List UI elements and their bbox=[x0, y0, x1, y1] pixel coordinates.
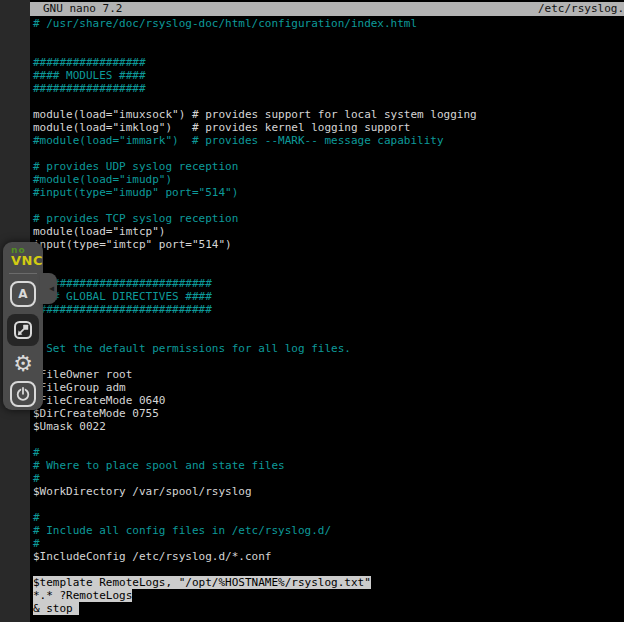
buffer-line: #### MODULES #### bbox=[33, 69, 624, 82]
buffer-line: #module(load="immark") # provides --MARK… bbox=[33, 134, 624, 147]
buffer-line: # Include all config files in /etc/rsysl… bbox=[33, 524, 624, 537]
buffer-line: #input(type="imudp" port="514") bbox=[33, 186, 624, 199]
buffer-line: ################# bbox=[33, 82, 624, 95]
clipboard-button[interactable]: A bbox=[10, 281, 36, 307]
buffer-line: # provides UDP syslog reception bbox=[33, 160, 624, 173]
nano-buffer[interactable]: # /usr/share/doc/rsyslog-doc/html/config… bbox=[30, 16, 624, 615]
buffer-line: # Set the default permissions for all lo… bbox=[33, 342, 624, 355]
buffer-line: # bbox=[33, 472, 624, 485]
buffer-line: ########################### bbox=[33, 277, 624, 290]
buffer-line: # bbox=[33, 329, 624, 342]
buffer-line: #module(load="imudp") bbox=[33, 173, 624, 186]
collapse-arrow-icon: ◀ bbox=[49, 285, 54, 293]
buffer-line: # bbox=[33, 537, 624, 550]
buffer-line: $WorkDirectory /var/spool/rsyslog bbox=[33, 485, 624, 498]
buffer-line: ########################### bbox=[33, 303, 624, 316]
buffer-line: *.* ?RemoteLogs bbox=[33, 589, 624, 602]
buffer-line: & stop bbox=[33, 602, 624, 615]
buffer-line bbox=[33, 147, 624, 160]
buffer-line: $IncludeConfig /etc/rsyslog.d/*.conf bbox=[33, 550, 624, 563]
novnc-control-bar: ◀ no VNC A ⚙ bbox=[3, 242, 43, 410]
buffer-line: # bbox=[33, 511, 624, 524]
buffer-line bbox=[33, 433, 624, 446]
buffer-line: # bbox=[33, 446, 624, 459]
buffer-line: $Umask 0022 bbox=[33, 420, 624, 433]
buffer-line: ################# bbox=[33, 56, 624, 69]
gear-icon: ⚙ bbox=[13, 351, 33, 377]
buffer-line: $FileGroup adm bbox=[33, 381, 624, 394]
panel-divider bbox=[9, 273, 37, 274]
nano-app-title: GNU nano 7.2 bbox=[43, 2, 122, 16]
buffer-line: # /usr/share/doc/rsyslog-doc/html/config… bbox=[33, 17, 624, 30]
buffer-line bbox=[33, 316, 624, 329]
buffer-line bbox=[33, 199, 624, 212]
buffer-line bbox=[33, 95, 624, 108]
buffer-line: $DirCreateMode 0755 bbox=[33, 407, 624, 420]
buffer-line bbox=[33, 563, 624, 576]
novnc-logo: no VNC bbox=[11, 247, 43, 267]
buffer-line: $FileOwner root bbox=[33, 368, 624, 381]
buffer-line: module(load="imtcp") bbox=[33, 225, 624, 238]
fullscreen-button[interactable] bbox=[7, 314, 39, 346]
nano-titlebar: GNU nano 7.2 /etc/rsyslog. bbox=[30, 2, 624, 16]
settings-button[interactable]: ⚙ bbox=[10, 350, 36, 378]
nano-filename: /etc/rsyslog. bbox=[538, 2, 624, 16]
buffer-line: #### GLOBAL DIRECTIVES #### bbox=[33, 290, 624, 303]
fullscreen-icon bbox=[11, 318, 35, 342]
clipboard-icon: A bbox=[18, 287, 27, 301]
buffer-line bbox=[33, 498, 624, 511]
buffer-line bbox=[33, 43, 624, 56]
disconnect-button[interactable] bbox=[10, 381, 36, 407]
buffer-line: module(load="imklog") # provides kernel … bbox=[33, 121, 624, 134]
buffer-line: # Where to place spool and state files bbox=[33, 459, 624, 472]
buffer-line: input(type="imtcp" port="514") bbox=[33, 238, 624, 251]
buffer-line bbox=[33, 30, 624, 43]
buffer-line: $FileCreateMode 0640 bbox=[33, 394, 624, 407]
buffer-line bbox=[33, 264, 624, 277]
power-icon bbox=[13, 384, 33, 404]
novnc-logo-vnc: VNC bbox=[11, 254, 43, 267]
terminal-window[interactable]: GNU nano 7.2 /etc/rsyslog. # /usr/share/… bbox=[30, 0, 624, 622]
buffer-line: $template RemoteLogs, "/opt/%HOSTNAME%/r… bbox=[33, 576, 624, 589]
buffer-line: # bbox=[33, 355, 624, 368]
vnc-screen: GNU nano 7.2 /etc/rsyslog. # /usr/share/… bbox=[0, 0, 624, 622]
control-bar-handle[interactable]: ◀ bbox=[40, 273, 57, 304]
buffer-line: # provides TCP syslog reception bbox=[33, 212, 624, 225]
buffer-line bbox=[33, 251, 624, 264]
buffer-line: module(load="imuxsock") # provides suppo… bbox=[33, 108, 624, 121]
